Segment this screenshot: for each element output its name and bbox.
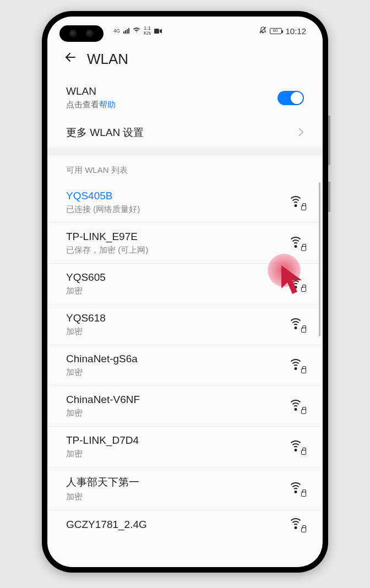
wifi-status-icon [133,27,140,35]
wifi-lock-icon [287,318,304,331]
more-wlan-settings-row[interactable]: 更多 WLAN 设置 [47,118,323,148]
network-name: TP-LINK_D7D4 [66,434,139,447]
wifi-lock-icon [287,482,304,496]
scrollbar[interactable] [319,182,320,336]
network-name: YQS405B [66,190,140,202]
network-status: 加密 [66,286,106,296]
power-button [328,182,330,212]
wlan-toggle-row[interactable]: WLAN 点击查看帮助 [47,78,323,118]
network-row[interactable]: YQS405B已连接 (网络质量好) [47,182,323,223]
available-networks-label: 可用 WLAN 列表 [47,155,323,182]
chevron-right-icon [298,127,304,139]
wifi-lock-icon [287,196,304,209]
page-header: WLAN [47,45,323,78]
network-name: TP-LINK_E97E [66,231,148,243]
signal-icon [123,28,129,34]
help-link[interactable]: 帮助 [99,100,116,109]
network-status: 加密 [66,449,139,459]
network-name: 人事部天下第一 [66,475,139,489]
camera-cutout [59,25,104,42]
network-name: ChinaNet-gS6a [66,353,138,365]
page-title: WLAN [87,51,128,68]
network-row[interactable]: YQS605加密 [47,264,323,304]
network-row[interactable]: 人事部天下第一加密 [47,467,323,510]
svg-rect-0 [154,29,159,34]
network-row[interactable]: TP-LINK_E97E已保存，加密 (可上网) [47,223,323,264]
wifi-lock-icon [287,518,304,531]
network-row[interactable]: YQS618加密 [47,304,323,345]
network-speed: 1.1 K/s [144,26,151,36]
network-row[interactable]: ChinaNet-V6NF加密 [47,386,323,427]
wifi-lock-icon [287,400,304,413]
back-button[interactable] [64,51,77,68]
wifi-lock-icon [287,237,304,250]
network-status: 加密 [66,492,139,502]
clock: 10:12 [285,26,306,36]
network-name: GCZY1781_2.4G [66,519,147,531]
volume-button [328,116,330,165]
section-divider [47,148,323,155]
network-status: 加密 [66,326,106,337]
wifi-lock-icon [287,440,304,454]
wlan-label: WLAN [66,85,116,97]
video-icon [154,27,162,35]
network-list: YQS405B已连接 (网络质量好)TP-LINK_E97E已保存，加密 (可上… [47,182,323,539]
phone-frame: 4G 1.1 K/s 80 10 [42,11,328,573]
more-settings-label: 更多 WLAN 设置 [66,126,144,140]
network-row[interactable]: TP-LINK_D7D4加密 [47,427,323,467]
dnd-icon [259,26,266,35]
network-status: 加密 [66,408,140,418]
network-gen-label: 4G [113,29,120,34]
wlan-toggle[interactable] [278,91,304,105]
screen: 4G 1.1 K/s 80 10 [47,17,323,567]
network-name: ChinaNet-V6NF [66,394,140,406]
wifi-lock-icon [287,277,304,291]
network-row[interactable]: ChinaNet-gS6a加密 [47,345,323,386]
battery-icon: 80 [270,28,282,34]
network-name: YQS618 [66,312,106,324]
network-name: YQS605 [66,271,106,284]
network-status: 已保存，加密 (可上网) [66,245,148,255]
wifi-lock-icon [287,359,304,372]
wlan-help-text: 点击查看帮助 [66,100,116,110]
network-status: 加密 [66,367,138,378]
network-row[interactable]: GCZY1781_2.4G [47,510,323,539]
network-status: 已连接 (网络质量好) [66,204,140,215]
